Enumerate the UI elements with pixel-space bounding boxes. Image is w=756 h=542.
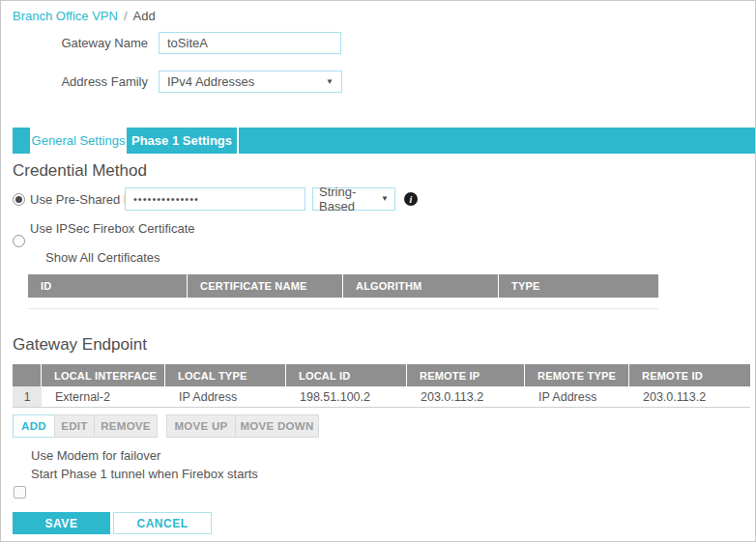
- address-family-value: IPv4 Addresses: [167, 74, 254, 89]
- ge-col-remote-type[interactable]: REMOTE TYPE: [525, 364, 628, 386]
- chevron-down-icon: ▼: [326, 78, 334, 86]
- psk-type-select[interactable]: String-Based ▼: [312, 187, 395, 211]
- gateway-name-input[interactable]: [159, 32, 341, 54]
- credential-method-heading: Credential Method: [13, 161, 147, 181]
- ge-col-remote-ip[interactable]: REMOTE IP: [407, 364, 524, 386]
- ge-cell-local-id: 198.51.100.2: [286, 386, 407, 407]
- address-family-select[interactable]: IPv4 Addresses ▼: [159, 71, 342, 93]
- tab-general-settings[interactable]: General Settings: [30, 128, 127, 154]
- bovpn-add-page: Branch Office VPN / Add Gateway Name Add…: [0, 0, 756, 542]
- cert-col-type[interactable]: TYPE: [499, 274, 658, 298]
- endpoint-button-group: ADD EDIT REMOVE MOVE UP MOVE DOWN: [13, 414, 319, 438]
- breadcrumb-link-branch-office-vpn[interactable]: Branch Office VPN: [13, 9, 118, 23]
- use-ipsec-certificate-label: Use IPSec Firebox Certificate: [30, 221, 195, 236]
- gateway-name-label: Gateway Name: [13, 32, 148, 54]
- use-pre-shared-key-radio[interactable]: [13, 193, 25, 206]
- gateway-endpoint-table-header: LOCAL INTERFACE LOCAL TYPE LOCAL ID REMO…: [13, 364, 750, 386]
- cert-col-algorithm[interactable]: ALGORITHM: [343, 274, 498, 298]
- breadcrumb: Branch Office VPN / Add: [13, 9, 156, 23]
- ge-cell-remote-id: 203.0.113.2: [629, 386, 750, 407]
- pre-shared-key-input[interactable]: [125, 187, 305, 211]
- ge-col-local-interface[interactable]: LOCAL INTERFACE: [42, 364, 164, 386]
- ge-cell-remote-ip: 203.0.113.2: [407, 386, 525, 407]
- add-button[interactable]: ADD: [13, 414, 55, 438]
- gateway-endpoint-heading: Gateway Endpoint: [13, 335, 147, 355]
- info-icon[interactable]: i: [404, 192, 418, 206]
- start-phase1-tunnel-label: Start Phase 1 tunnel when Firebox starts: [31, 467, 258, 481]
- ge-cell-local-interface: External-2: [42, 386, 165, 407]
- ge-col-local-id[interactable]: LOCAL ID: [286, 364, 406, 386]
- ge-cell-local-type: IP Address: [165, 386, 286, 407]
- address-family-label: Address Family: [13, 71, 148, 93]
- use-modem-failover-label: Use Modem for failover: [31, 448, 160, 463]
- psk-type-value: String-Based: [319, 185, 381, 214]
- table-row[interactable]: 1 External-2 IP Address 198.51.100.2 203…: [13, 386, 750, 408]
- use-ipsec-certificate-radio[interactable]: [13, 235, 25, 247]
- settings-tabbar: General Settings Phase 1 Settings: [13, 128, 755, 154]
- ge-col-local-type[interactable]: LOCAL TYPE: [165, 364, 285, 386]
- use-modem-failover-checkbox[interactable]: [14, 486, 26, 499]
- tab-phase1-settings[interactable]: Phase 1 Settings: [127, 128, 237, 154]
- cert-col-name[interactable]: CERTIFICATE NAME: [188, 274, 342, 298]
- ge-col-remote-id[interactable]: REMOTE ID: [629, 364, 750, 386]
- certificates-table: ID CERTIFICATE NAME ALGORITHM TYPE: [28, 274, 658, 309]
- ge-col-rownum: [13, 364, 41, 386]
- edit-button[interactable]: EDIT: [54, 414, 95, 438]
- breadcrumb-separator: /: [124, 9, 128, 23]
- certificates-table-empty-body: [28, 298, 658, 309]
- breadcrumb-current-add: Add: [133, 9, 156, 23]
- ge-row-number: 1: [13, 386, 42, 407]
- show-all-certificates-label: Show All Certificates: [45, 250, 160, 265]
- gateway-endpoint-table: LOCAL INTERFACE LOCAL TYPE LOCAL ID REMO…: [13, 364, 750, 408]
- save-button[interactable]: SAVE: [13, 512, 110, 534]
- remove-button[interactable]: REMOVE: [94, 414, 158, 438]
- cert-col-id[interactable]: ID: [28, 274, 187, 298]
- ge-cell-remote-type: IP Address: [525, 386, 629, 407]
- cancel-button[interactable]: CANCEL: [113, 512, 212, 534]
- move-down-button[interactable]: MOVE DOWN: [235, 414, 319, 438]
- move-up-button[interactable]: MOVE UP: [166, 414, 236, 438]
- tab-divider: [237, 128, 239, 154]
- certificates-table-header: ID CERTIFICATE NAME ALGORITHM TYPE: [28, 274, 658, 298]
- chevron-down-icon: ▼: [381, 195, 389, 203]
